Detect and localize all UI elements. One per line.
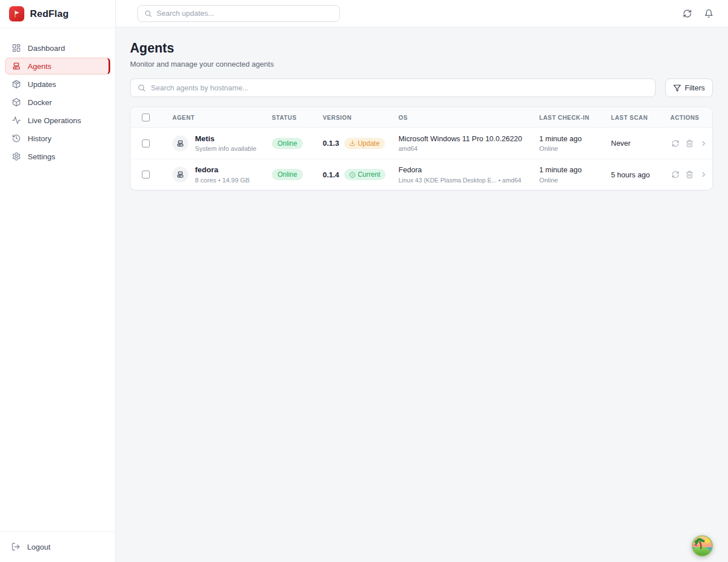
global-search-input[interactable] — [157, 9, 333, 18]
island-widget-button[interactable] — [691, 535, 713, 557]
agent-subtext: System info available — [195, 145, 257, 152]
app-name: RedFlag — [30, 8, 68, 20]
controls-row: Filters — [130, 79, 713, 97]
agent-subtext: 8 cores • 14.99 GB — [195, 177, 250, 184]
version-number: 0.1.3 — [323, 139, 339, 147]
sidebar-item-dashboard[interactable]: Dashboard — [5, 40, 110, 56]
os-arch: amd64 — [398, 145, 539, 152]
row-checkbox[interactable] — [142, 171, 150, 178]
os-arch: Linux 43 (KDE Plasma Desktop E... • amd6… — [398, 177, 539, 184]
sidebar-item-label: Live Operations — [28, 116, 81, 125]
row-checkbox[interactable] — [142, 140, 150, 147]
filters-button[interactable]: Filters — [665, 79, 713, 97]
sidebar-item-docker[interactable]: Docker — [5, 94, 110, 111]
sidebar-item-label: Agents — [28, 62, 51, 71]
column-header-os: OS — [398, 114, 539, 121]
check-circle-icon — [349, 172, 356, 178]
column-header-version: Version — [323, 114, 398, 121]
main-content: Agents Monitor and manage your connected… — [116, 27, 728, 562]
sidebar-item-agents[interactable]: Agents — [5, 58, 110, 75]
status-badge: Online — [272, 169, 303, 180]
column-header-last-scan: Last Scan — [611, 114, 670, 121]
last-checkin-status: Online — [539, 177, 611, 184]
agent-search — [130, 79, 656, 97]
column-header-actions: Actions — [670, 114, 712, 121]
table-row[interactable]: fedora 8 cores • 14.99 GB Online 0.1.4 C… — [131, 159, 712, 190]
history-icon — [12, 134, 21, 143]
agents-table: Agent Status Version OS Last Check-in La… — [130, 107, 713, 190]
search-icon — [137, 84, 146, 92]
topbar — [116, 0, 728, 27]
sidebar: RedFlag Dashboard Agents Updates Docker — [0, 0, 116, 562]
sidebar-item-label: History — [28, 134, 51, 143]
table-row[interactable]: Metis System info available Online 0.1.3… — [131, 128, 712, 159]
version-number: 0.1.4 — [323, 171, 339, 179]
agent-name: fedora — [195, 165, 250, 175]
last-scan: Never — [611, 139, 670, 147]
sidebar-footer: Logout — [0, 531, 115, 562]
refresh-icon[interactable] — [682, 8, 693, 19]
row-delete-icon[interactable] — [684, 169, 695, 180]
update-badge: Update — [344, 138, 385, 149]
row-expand-chevron-icon[interactable] — [699, 169, 709, 180]
page-title: Agents — [130, 41, 713, 56]
logout-button[interactable]: Logout — [5, 538, 110, 555]
gear-icon — [12, 152, 21, 161]
column-header-status: Status — [272, 114, 323, 121]
search-icon — [144, 10, 152, 18]
server-icon — [12, 62, 21, 71]
row-delete-icon[interactable] — [684, 138, 695, 149]
agent-search-input[interactable] — [151, 84, 648, 92]
row-expand-chevron-icon[interactable] — [699, 138, 709, 149]
agent-avatar — [172, 167, 188, 182]
funnel-icon — [673, 84, 681, 92]
topbar-icons — [682, 8, 714, 19]
app-logo: RedFlag — [0, 0, 115, 28]
last-scan: 5 hours ago — [611, 171, 670, 179]
desert-island-icon — [691, 535, 713, 557]
status-badge: Online — [272, 138, 303, 149]
download-icon — [349, 140, 356, 146]
last-checkin-status: Online — [539, 145, 611, 152]
sidebar-item-label: Dashboard — [28, 44, 65, 53]
row-refresh-icon[interactable] — [670, 169, 681, 180]
last-checkin: 1 minute ago — [539, 134, 611, 143]
column-header-last-checkin: Last Check-in — [539, 114, 611, 121]
sidebar-item-label: Updates — [28, 80, 56, 89]
current-badge: Current — [344, 169, 385, 180]
logout-label: Logout — [27, 543, 50, 551]
sidebar-item-label: Docker — [28, 98, 52, 107]
sidebar-item-settings[interactable]: Settings — [5, 148, 110, 165]
agent-avatar — [172, 136, 188, 151]
filters-label: Filters — [685, 84, 705, 92]
cube-icon — [12, 98, 21, 107]
redflag-logo-icon — [9, 6, 24, 21]
page-subtitle: Monitor and manage your connected agents — [130, 60, 713, 68]
global-search — [137, 5, 340, 22]
row-refresh-icon[interactable] — [670, 138, 681, 149]
os-name: Fedora — [398, 165, 539, 175]
agent-name: Metis — [195, 134, 257, 143]
table-header: Agent Status Version OS Last Check-in La… — [131, 107, 712, 128]
package-icon — [12, 80, 21, 89]
os-name: Microsoft Windows 11 Pro 10.0.26220 — [398, 134, 539, 143]
sidebar-nav: Dashboard Agents Updates Docker Live Ope… — [0, 28, 115, 531]
sidebar-item-history[interactable]: History — [5, 130, 110, 147]
logout-icon — [11, 542, 20, 551]
dashboard-icon — [12, 43, 21, 53]
last-checkin: 1 minute ago — [539, 165, 611, 175]
activity-icon — [12, 116, 21, 125]
select-all-checkbox[interactable] — [142, 114, 150, 121]
sidebar-item-label: Settings — [28, 153, 55, 161]
sidebar-item-updates[interactable]: Updates — [5, 76, 110, 93]
bell-icon[interactable] — [703, 8, 714, 19]
column-header-agent: Agent — [172, 114, 272, 121]
sidebar-item-live-operations[interactable]: Live Operations — [5, 112, 110, 129]
